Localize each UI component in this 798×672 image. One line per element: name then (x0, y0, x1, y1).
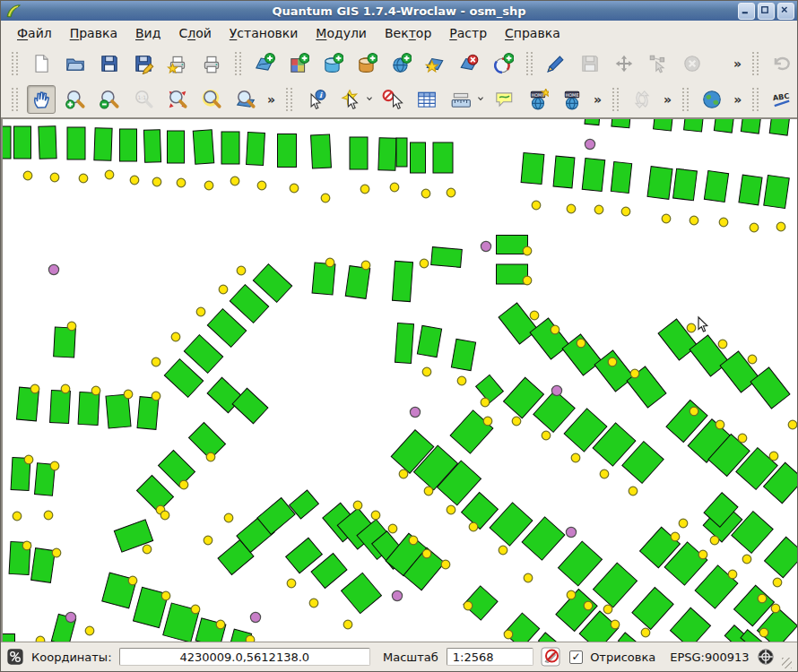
add-spatialite-layer-icon (356, 53, 377, 74)
poi-dot (390, 183, 399, 192)
toolbar-handle[interactable] (286, 88, 292, 111)
title-bar[interactable]: Quantum GIS 1.7.4-Wroclaw - osm_shp (1, 1, 797, 21)
new-project-button[interactable] (27, 49, 56, 78)
toolbar-handle[interactable] (682, 88, 689, 111)
scale-field[interactable]: 1:2568 (447, 648, 533, 666)
add-vector-layer-button[interactable] (250, 49, 279, 78)
add-wms-layer-button[interactable] (386, 49, 415, 78)
poi-dot (759, 628, 768, 637)
select-features-button[interactable] (335, 85, 364, 114)
add-postgis-layer-button[interactable] (318, 49, 347, 78)
move-feature-button[interactable] (610, 49, 638, 78)
building-polygon (164, 359, 203, 398)
toolbar-handle[interactable] (526, 52, 533, 75)
remove-layer-button[interactable] (455, 49, 483, 78)
poi-dot (512, 417, 521, 426)
toggle-editing-icon (545, 53, 567, 74)
menu-установки[interactable]: Установки (221, 23, 308, 43)
poi-dot (551, 325, 559, 334)
qgis-logo-icon (5, 3, 22, 19)
save-project-as-button[interactable] (129, 49, 158, 78)
new-shapefile-layer-button[interactable] (421, 49, 449, 78)
new-bookmark-button[interactable]: HOME (524, 85, 552, 114)
labeling-button[interactable]: ABC (768, 85, 796, 114)
menu-файл[interactable]: Файл (8, 23, 61, 43)
menu-модули[interactable]: Модули (307, 23, 376, 43)
measure-button[interactable] (447, 85, 475, 114)
add-wfs-layer-button[interactable] (489, 49, 517, 78)
toolbar-handle[interactable] (752, 52, 759, 75)
save-project-button[interactable] (95, 49, 124, 78)
maximize-button[interactable] (758, 3, 775, 20)
toolbar-handle[interactable] (235, 52, 241, 75)
coordinates-field[interactable]: 4230009.0,5612138.0 (119, 648, 370, 666)
close-button[interactable] (777, 3, 794, 20)
minimize-button[interactable] (738, 3, 755, 20)
toolbar-file: »»» (1, 46, 797, 82)
svg-text:1:1: 1:1 (138, 94, 147, 100)
zoom-in-button[interactable] (61, 85, 90, 114)
poi-dot (257, 181, 266, 190)
open-project-button[interactable] (61, 49, 90, 78)
save-edits-button[interactable] (576, 49, 604, 78)
menu-правка[interactable]: Правка (61, 23, 126, 43)
identify-button[interactable]: i (301, 85, 330, 114)
toolbar-overflow-button[interactable]: » (267, 92, 275, 107)
toolbar-handle[interactable] (612, 88, 619, 111)
poi-dot (483, 417, 492, 426)
new-print-composer-button[interactable] (163, 49, 192, 78)
building-polygon (684, 119, 705, 132)
building-polygon (350, 137, 368, 169)
attribute-table-button[interactable] (412, 85, 441, 114)
poi-dot (690, 216, 698, 225)
render-stop-icon[interactable] (541, 647, 560, 667)
toolbar-overflow-button[interactable]: » (733, 92, 742, 107)
menu-вектор[interactable]: Вектор (376, 23, 440, 43)
building-polygon (31, 548, 56, 583)
scale-label: Масштаб (383, 650, 438, 664)
crs-status-icon[interactable] (757, 648, 775, 666)
select-features-dropdown-chevron[interactable] (363, 91, 376, 108)
toolbar-handle[interactable] (12, 52, 18, 75)
poi-dot (409, 536, 418, 545)
zoom-full-button[interactable] (163, 85, 192, 114)
coord-target-icon[interactable] (6, 648, 24, 666)
node-tool-button[interactable] (644, 49, 672, 78)
poi-dot (325, 258, 334, 267)
add-spatialite-layer-button[interactable] (352, 49, 381, 78)
zoom-layer-button[interactable] (231, 85, 260, 114)
toolbar-handle[interactable] (12, 88, 18, 111)
poi-dot (143, 545, 152, 554)
zoom-last-button[interactable] (197, 85, 226, 114)
measure-dropdown-chevron[interactable] (474, 91, 487, 108)
delete-selected-button[interactable] (678, 49, 707, 78)
deselect-button[interactable] (378, 85, 407, 114)
poi-dot (160, 511, 169, 520)
toggle-editing-button[interactable] (542, 49, 570, 78)
menu-справка[interactable]: Справка (496, 23, 569, 43)
toolbar-overflow-button[interactable]: » (664, 92, 672, 107)
composer-manager-button[interactable] (197, 49, 226, 78)
building-polygon (94, 128, 112, 161)
map-tips-button[interactable] (490, 85, 518, 114)
menu-вид[interactable]: Вид (126, 23, 169, 43)
toolbar-overflow-button[interactable]: » (733, 56, 742, 71)
show-bookmarks-button[interactable]: HOME (558, 85, 586, 114)
toolbar-handle[interactable] (752, 88, 759, 111)
otf-projection-button[interactable] (698, 85, 726, 114)
menu-слой[interactable]: Слой (169, 23, 220, 43)
menu-растр[interactable]: Растр (440, 23, 496, 43)
undo-button[interactable] (768, 49, 796, 78)
add-raster-layer-button[interactable] (284, 49, 313, 78)
render-checkbox[interactable]: ✓ (569, 650, 583, 664)
zoom-out-button[interactable] (95, 85, 124, 114)
map-canvas[interactable] (1, 117, 798, 643)
zoom-actual-button[interactable]: 1:1 (129, 85, 158, 114)
toolbar-overflow-button[interactable]: » (594, 92, 602, 107)
building-polygon (3, 126, 11, 159)
pan-button[interactable] (27, 85, 56, 114)
offset-arrows-icon (631, 89, 653, 110)
poi-dot (481, 241, 490, 251)
offset-arrows-button[interactable] (628, 85, 656, 114)
resize-grip[interactable] (782, 658, 792, 668)
